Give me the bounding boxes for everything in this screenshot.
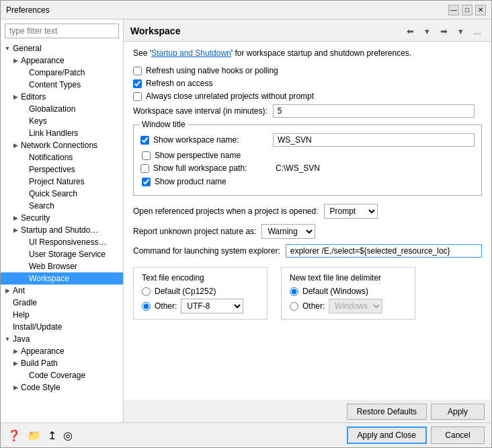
delimiter-other-radio[interactable] — [290, 302, 298, 311]
delimiter-other-label: Other: — [302, 301, 325, 311]
sidebar-item-appearance[interactable]: ▶ Appearance — [1, 54, 123, 67]
sidebar-item-link-handlers[interactable]: Link Handlers — [1, 127, 123, 139]
no-arrow — [19, 275, 28, 282]
encoding-other-label: Other: — [155, 301, 177, 311]
panel-header: Workspace ⬅ ▾ ➡ ▾ … — [124, 20, 491, 42]
back-dropdown-button[interactable]: ▾ — [419, 24, 434, 38]
sidebar-item-build-path[interactable]: ▶ Build Path — [1, 357, 123, 369]
sidebar-item-editors[interactable]: ▶ Editors — [1, 91, 123, 103]
open-referenced-row: Open referenced projects when a project … — [133, 204, 482, 219]
help-icon[interactable]: ❓ — [7, 429, 21, 442]
open-referenced-label: Open referenced projects when a project … — [133, 207, 319, 216]
save-interval-input[interactable] — [273, 104, 475, 118]
sidebar-item-gradle[interactable]: Gradle — [1, 297, 123, 309]
sidebar-item-label: Project Natures — [28, 176, 86, 187]
sidebar-item-web-browser[interactable]: Web Browser — [1, 260, 123, 272]
sidebar-item-project-natures[interactable]: Project Natures — [1, 176, 123, 188]
no-arrow — [19, 81, 28, 88]
delimiter-other-select[interactable]: Windows Unix Mac — [329, 299, 382, 313]
no-arrow — [19, 263, 28, 270]
expand-arrow: ▶ — [11, 94, 19, 100]
forward-button[interactable]: ➡ — [436, 24, 451, 38]
sidebar-item-security[interactable]: ▶ Security — [1, 212, 123, 224]
apply-button[interactable]: Apply — [431, 404, 485, 420]
expand-arrow: ▶ — [11, 57, 19, 64]
show-full-path-checkbox[interactable] — [140, 164, 149, 173]
sidebar-item-globalization[interactable]: Globalization — [1, 103, 123, 115]
show-workspace-name-checkbox[interactable] — [140, 136, 149, 145]
sidebar-item-code-style[interactable]: ▶ Code Style — [1, 381, 123, 394]
right-panel: Workspace ⬅ ▾ ➡ ▾ … See 'Startup and Shu… — [124, 20, 491, 422]
sidebar-item-java-appearance[interactable]: ▶ Appearance — [1, 345, 123, 357]
sidebar-item-label: Appearance — [19, 55, 66, 66]
sidebar-item-quick-search[interactable]: Quick Search — [1, 188, 123, 200]
menu-button[interactable]: … — [470, 24, 485, 38]
show-product-name-checkbox[interactable] — [142, 178, 151, 186]
sidebar-item-search[interactable]: Search — [1, 200, 123, 212]
delimiter-default-label: Default (Windows) — [302, 287, 368, 296]
sidebar-item-ant[interactable]: ▶ Ant — [1, 285, 123, 297]
folder-icon[interactable]: 📁 — [28, 429, 41, 442]
startup-shutdown-link[interactable]: Startup and Shutdown — [151, 48, 231, 58]
sidebar-item-network-connections[interactable]: ▶ Network Connections — [1, 139, 123, 151]
sidebar-item-content-types[interactable]: Content Types — [1, 79, 123, 91]
sidebar-item-code-coverage[interactable]: Code Coverage — [1, 369, 123, 381]
refresh-native-checkbox[interactable] — [133, 67, 142, 75]
no-arrow — [19, 69, 28, 76]
refresh-access-checkbox[interactable] — [133, 79, 142, 88]
sidebar-item-keys[interactable]: Keys — [1, 115, 123, 127]
sidebar-item-label: Help — [11, 309, 31, 320]
delimiter-default-radio[interactable] — [290, 287, 298, 296]
encoding-default-row: Default (Cp1252) — [142, 287, 259, 296]
refresh-native-label: Refresh using native hooks or polling — [146, 66, 278, 75]
circle-icon[interactable]: ◎ — [63, 429, 73, 442]
refresh-access-row: Refresh on access — [133, 79, 482, 88]
text-encoding-title: Text file encoding — [142, 273, 259, 283]
workspace-name-input[interactable] — [273, 133, 475, 147]
no-arrow — [19, 106, 28, 112]
close-button[interactable]: ✕ — [475, 5, 486, 15]
sidebar-item-notifications[interactable]: Notifications — [1, 151, 123, 163]
sidebar-item-java[interactable]: ▼ Java — [1, 333, 123, 345]
always-close-checkbox[interactable] — [133, 92, 142, 101]
cancel-button[interactable]: Cancel — [431, 426, 485, 444]
sidebar-item-general[interactable]: ▼ General — [1, 42, 123, 54]
forward-dropdown-button[interactable]: ▾ — [453, 24, 468, 38]
main-content: ▼ General ▶ Appearance Compare/Patch Con… — [1, 20, 491, 422]
sidebar-item-label: Quick Search — [28, 188, 79, 199]
sidebar-item-workspace[interactable]: Workspace — [1, 272, 123, 285]
encoding-other-radio[interactable] — [142, 302, 151, 311]
report-unknown-select[interactable]: Warning Error Info — [261, 224, 315, 239]
restore-defaults-button[interactable]: Restore Defaults — [347, 404, 427, 420]
encoding-default-radio[interactable] — [142, 287, 151, 296]
minimize-button[interactable]: ― — [448, 5, 459, 15]
sidebar-item-install-update[interactable]: Install/Update — [1, 321, 123, 333]
sidebar-item-label: Globalization — [28, 104, 77, 114]
sidebar-item-help[interactable]: Help — [1, 309, 123, 321]
export-icon[interactable]: ↥ — [48, 429, 56, 442]
encoding-other-row: Other: UTF-8 UTF-16 ISO-8859-1 — [142, 299, 259, 313]
panel-body: See 'Startup and Shutdown' for workspace… — [124, 42, 491, 400]
encoding-other-select[interactable]: UTF-8 UTF-16 ISO-8859-1 — [181, 299, 243, 313]
sidebar-item-startup-shutdown[interactable]: ▶ Startup and Shutdow... — [1, 224, 123, 236]
text-file-encoding-group: Text file encoding Default (Cp1252) Othe… — [133, 267, 268, 320]
apply-and-close-button[interactable]: Apply and Close — [347, 426, 427, 444]
sidebar-item-ui-responsiveness[interactable]: UI Responsiveness M... — [1, 236, 123, 248]
sidebar-item-label: Appearance — [19, 346, 66, 357]
sidebar-item-label: Search — [28, 200, 56, 211]
search-input[interactable] — [5, 24, 119, 38]
no-arrow — [19, 118, 28, 124]
delimiter-other-row: Other: Windows Unix Mac — [290, 299, 407, 313]
full-path-value: C:\WS_SVN — [276, 163, 320, 173]
sidebar-item-perspectives[interactable]: Perspectives — [1, 163, 123, 176]
sidebar-item-label: Install/Update — [11, 322, 63, 332]
sidebar-item-label: Perspectives — [28, 164, 77, 175]
sidebar-item-user-storage-service[interactable]: User Storage Service — [1, 248, 123, 260]
maximize-button[interactable]: □ — [462, 5, 473, 15]
sidebar-item-label: Java — [11, 334, 31, 344]
back-button[interactable]: ⬅ — [403, 24, 417, 38]
command-launcher-input[interactable] — [286, 244, 482, 258]
sidebar-item-compare-patch[interactable]: Compare/Patch — [1, 67, 123, 79]
open-referenced-select[interactable]: Prompt Always Never — [324, 204, 378, 219]
show-perspective-name-checkbox[interactable] — [142, 151, 151, 160]
